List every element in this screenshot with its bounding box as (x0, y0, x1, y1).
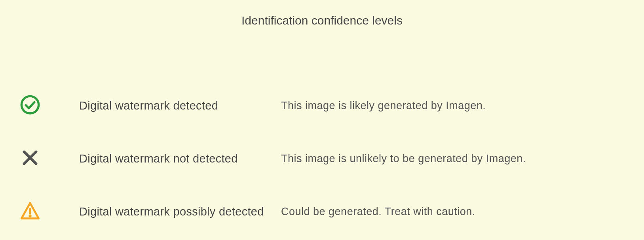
icon-cell (20, 94, 79, 117)
check-circle-icon (20, 94, 40, 117)
table-row: Digital watermark possibly detected Coul… (20, 200, 624, 223)
page-title: Identification confidence levels (20, 14, 624, 27)
svg-point-4 (30, 215, 31, 217)
table-row: Digital watermark detected This image is… (20, 94, 624, 117)
status-label: Digital watermark possibly detected (79, 205, 281, 218)
svg-point-0 (21, 96, 38, 113)
cross-icon (20, 147, 40, 170)
description-label: This image is likely generated by Imagen… (281, 100, 486, 112)
status-label: Digital watermark detected (79, 99, 281, 112)
status-label: Digital watermark not detected (79, 152, 281, 165)
description-label: Could be generated. Treat with caution. (281, 206, 475, 218)
table-row: Digital watermark not detected This imag… (20, 147, 624, 170)
warning-triangle-icon (20, 200, 40, 223)
icon-cell (20, 147, 79, 170)
icon-cell (20, 200, 79, 223)
confidence-levels-table: Digital watermark detected This image is… (20, 94, 624, 223)
description-label: This image is unlikely to be generated b… (281, 153, 526, 165)
